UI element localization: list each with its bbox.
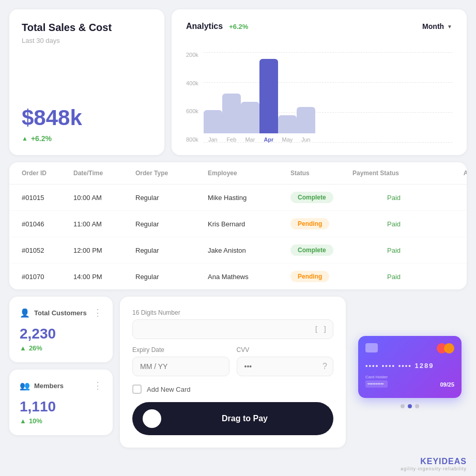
table-row[interactable]: #01070 14:00 PM Regular Ana Mathews Pend… [9,264,467,289]
bar-label-jan: Jan [208,136,218,143]
card-brand-icon [437,343,454,354]
th-order-type: Order Type [135,170,208,177]
cell-status: Pending [290,218,352,229]
add-card-label: Add New Card [147,386,191,393]
brand-tagline: agility·ingenuity·reliability [401,466,467,471]
cell-payment: Paid [352,194,435,202]
drag-handle [143,409,161,428]
members-icon: 👥 [20,381,30,391]
add-card-row: Add New Card [132,385,333,394]
form-input-row: Expiry Date CVV ? [132,346,333,376]
th-datetime: Date/Time [73,170,135,177]
cvv-input-wrapper: ? [237,357,334,376]
trend-up-icon: ▲ [22,135,28,142]
th-payment-status: Payment Status [352,170,435,177]
customers-icon: 👤 [20,308,30,318]
payment-form-card: 16 Digits Number [ ] Expiry Date CVV ? A… [120,297,346,448]
expiry-input[interactable] [132,357,229,376]
sales-card: Total Sales & Cost Last 30 days $848k ▲ … [9,9,164,155]
cell-order-id: #01052 [22,247,73,254]
y-label-800: 800k [186,136,198,143]
cell-order-id: #01046 [22,220,73,228]
cvv-input[interactable] [237,357,334,376]
table-row[interactable]: #01015 10:00 AM Regular Mike Hasting Com… [9,185,467,211]
analytics-card: Analytics +6.2% Month ▼ 800k 600k 400k 2… [172,9,467,155]
customers-change: ▲ 26% [20,344,102,352]
cell-order-type: Regular [135,247,208,254]
cell-datetime: 10:00 AM [73,194,135,202]
th-amount: Amount [435,170,467,177]
status-badge: Complete [290,244,333,256]
status-badge: Pending [290,218,329,229]
cell-amount: $ 250 [435,194,467,202]
chart-bars-container: JanFebMarAprMayJun [204,52,452,143]
bar-group-jan: Jan [204,110,222,143]
card-holder-label: Card Holder [365,375,388,379]
cvv-label: CVV [237,346,334,354]
table-row[interactable]: #01052 12:00 PM Regular Jake Aniston Com… [9,237,467,264]
add-card-checkbox[interactable] [132,385,142,394]
card-holder-name: •••••••••• [365,380,388,388]
chevron-down-icon: ▼ [447,24,452,29]
table-body: #01015 10:00 AM Regular Mike Hasting Com… [9,185,467,289]
card-chip-icon [365,343,378,352]
sales-title: Total Sales & Cost [22,22,152,34]
stats-column: 👤 Total Customers ⋮ 2,230 ▲ 26% 👥 Member… [9,297,113,448]
total-customers-card: 👤 Total Customers ⋮ 2,230 ▲ 26% [9,297,113,362]
bar-label-mar: Mar [245,136,255,143]
members-more-options-icon[interactable]: ⋮ [93,380,102,391]
members-trend-icon: ▲ [20,417,26,425]
cell-amount: $ 450 [435,247,467,254]
cell-status: Complete [290,244,352,256]
drag-to-pay-button[interactable]: Drag to Pay [132,402,333,435]
cell-order-type: Regular [135,194,208,202]
cell-employee: Ana Mathews [208,273,290,281]
bar-group-mar: Mar [241,102,259,143]
card-number-input[interactable] [132,319,333,339]
card-holder-info: Card Holder •••••••••• [365,375,388,388]
cell-order-id: #01015 [22,194,73,202]
bar-group-feb: Feb [222,94,241,143]
bar-label-feb: Feb [226,136,236,143]
y-axis-labels: 800k 600k 400k 200k [186,50,198,143]
customers-label: Total Customers [34,309,87,317]
cvv-wrapper: CVV ? [237,346,334,376]
bar-jan [204,110,222,133]
cell-employee: Kris Bernard [208,220,290,228]
cell-status: Complete [290,192,352,203]
dot-1[interactable] [401,404,405,408]
credit-card-visual: •••• •••• •••• 1289 Card Holder ••••••••… [358,336,462,398]
card-expiry: 09/25 [440,381,454,388]
table-row[interactable]: #01046 11:00 AM Regular Kris Bernard Pen… [9,211,467,237]
card-number-wrapper: [ ] [132,319,333,339]
expiry-wrapper: Expiry Date [132,346,229,376]
th-status: Status [290,170,352,177]
members-change: ▲ 10% [20,417,102,425]
bar-apr [259,59,278,133]
cell-datetime: 12:00 PM [73,247,135,254]
card-bottom: Card Holder •••••••••• 09/25 [365,375,454,388]
card-scan-icon: [ ] [314,325,327,333]
analytics-badge: +6.2% [229,23,248,30]
status-badge: Complete [290,192,333,203]
help-circle-icon: ? [323,362,327,371]
cell-datetime: 11:00 AM [73,220,135,228]
members-value: 1,110 [20,398,102,415]
analytics-header: Analytics +6.2% Month ▼ [186,22,452,31]
sales-change-value: +6.2% [31,134,52,143]
th-order-id: Order ID [22,170,73,177]
more-options-icon[interactable]: ⋮ [93,307,102,318]
cell-employee: Mike Hasting [208,194,290,202]
orders-table: Order ID Date/Time Order Type Employee S… [9,162,467,289]
cell-order-type: Regular [135,220,208,228]
customers-trend-icon: ▲ [20,344,26,352]
drag-label: Drag to Pay [166,414,323,423]
cell-payment: Paid [352,273,435,281]
month-selector[interactable]: Month ▼ [422,22,452,30]
th-employee: Employee [208,170,290,177]
members-label: Members [34,382,64,390]
cell-datetime: 14:00 PM [73,273,135,281]
dot-2[interactable] [408,404,412,408]
dot-3[interactable] [415,404,419,408]
card-number-label: 16 Digits Number [132,309,333,316]
